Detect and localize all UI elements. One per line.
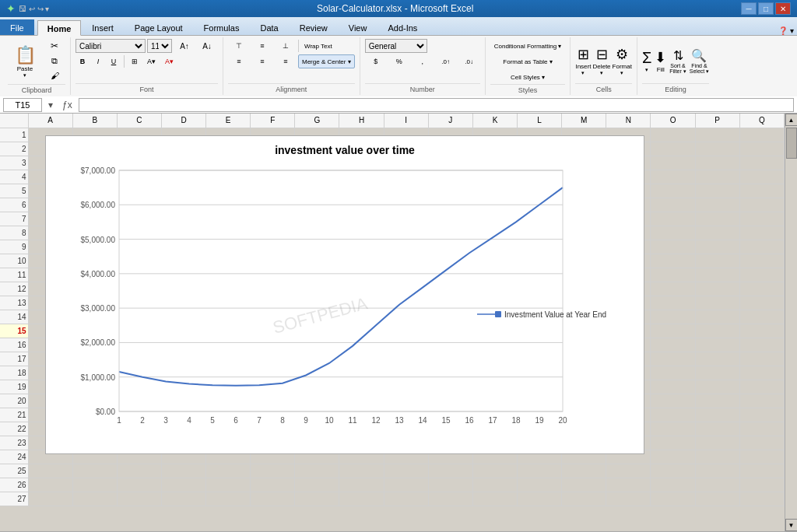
increase-decimal-button[interactable]: .0↑ <box>435 54 457 68</box>
number-format-select[interactable]: General <box>365 39 427 53</box>
table-row[interactable] <box>695 212 739 226</box>
table-row[interactable] <box>339 478 384 492</box>
table-row[interactable] <box>695 408 739 422</box>
table-row[interactable] <box>739 422 784 436</box>
maximize-button[interactable]: □ <box>758 2 774 15</box>
tab-review[interactable]: Review <box>290 19 338 35</box>
conditional-formatting-button[interactable]: Conditional Formatting ▾ <box>490 39 566 53</box>
table-row[interactable] <box>739 156 784 170</box>
table-row[interactable] <box>384 478 428 492</box>
table-row[interactable] <box>651 310 695 324</box>
tab-data[interactable]: Data <box>250 19 288 35</box>
table-row[interactable] <box>695 184 739 198</box>
function-icon[interactable]: ƒx <box>59 100 75 110</box>
align-middle-button[interactable]: ≡ <box>251 39 273 53</box>
table-row[interactable] <box>117 478 161 492</box>
table-row[interactable] <box>739 142 784 156</box>
table-row[interactable] <box>739 436 784 450</box>
table-row[interactable] <box>695 268 739 282</box>
table-row[interactable] <box>651 226 695 240</box>
table-row[interactable] <box>739 464 784 478</box>
copy-button[interactable]: ⧉ <box>44 54 65 68</box>
currency-button[interactable]: $ <box>365 54 387 68</box>
table-row[interactable] <box>651 128 695 142</box>
table-row[interactable] <box>695 422 739 436</box>
table-row[interactable] <box>651 394 695 408</box>
table-row[interactable] <box>651 450 695 464</box>
table-row[interactable] <box>295 492 339 506</box>
table-row[interactable] <box>72 478 117 492</box>
table-row[interactable] <box>695 394 739 408</box>
table-row[interactable] <box>739 338 784 352</box>
table-row[interactable] <box>472 464 517 478</box>
table-row[interactable] <box>695 156 739 170</box>
table-row[interactable] <box>695 464 739 478</box>
table-row[interactable] <box>251 464 295 478</box>
scroll-thumb-vertical[interactable] <box>786 128 797 159</box>
table-row[interactable] <box>428 478 472 492</box>
align-bottom-button[interactable]: ⊥ <box>275 39 297 53</box>
table-row[interactable] <box>117 492 161 506</box>
align-left-button[interactable]: ≡ <box>228 54 250 68</box>
table-row[interactable] <box>739 450 784 464</box>
table-row[interactable] <box>695 436 739 450</box>
close-button[interactable]: ✕ <box>775 2 791 15</box>
table-row[interactable] <box>28 464 72 478</box>
scroll-up-button[interactable]: ▲ <box>785 114 798 126</box>
table-row[interactable] <box>28 478 72 492</box>
decrease-font-button[interactable]: A↓ <box>196 39 218 53</box>
table-row[interactable] <box>651 212 695 226</box>
table-row[interactable] <box>472 478 517 492</box>
font-color-button[interactable]: A▾ <box>161 54 177 68</box>
bold-button[interactable]: B <box>75 54 90 68</box>
font-name-select[interactable]: Calibri <box>75 39 146 53</box>
table-row[interactable] <box>518 478 562 492</box>
table-row[interactable] <box>651 408 695 422</box>
table-row[interactable] <box>72 492 117 506</box>
help-icon[interactable]: ❓ ▾ <box>778 26 794 35</box>
table-row[interactable] <box>695 254 739 268</box>
table-row[interactable] <box>695 240 739 254</box>
table-row[interactable] <box>562 478 606 492</box>
table-row[interactable] <box>739 268 784 282</box>
table-row[interactable] <box>651 282 695 296</box>
format-cells-button[interactable]: ⚙ Format ▾ <box>613 46 632 76</box>
fill-button[interactable]: ⬇ Fill <box>655 49 666 73</box>
table-row[interactable] <box>739 240 784 254</box>
format-as-table-button[interactable]: Format as Table ▾ <box>490 54 566 68</box>
increase-font-button[interactable]: A↑ <box>174 39 195 53</box>
vertical-scrollbar[interactable]: ▲ ▼ <box>785 114 797 531</box>
table-row[interactable] <box>428 464 472 478</box>
table-row[interactable] <box>562 464 606 478</box>
table-row[interactable] <box>651 198 695 212</box>
table-row[interactable] <box>739 324 784 338</box>
decrease-decimal-button[interactable]: .0↓ <box>458 54 480 68</box>
table-row[interactable] <box>251 478 295 492</box>
cell-styles-button[interactable]: Cell Styles ▾ <box>490 70 566 84</box>
table-row[interactable] <box>651 296 695 310</box>
percent-button[interactable]: % <box>388 54 410 68</box>
table-row[interactable] <box>739 198 784 212</box>
table-row[interactable] <box>739 226 784 240</box>
table-row[interactable] <box>651 240 695 254</box>
table-row[interactable] <box>695 352 739 366</box>
table-row[interactable] <box>739 408 784 422</box>
table-row[interactable] <box>518 464 562 478</box>
table-row[interactable] <box>651 436 695 450</box>
table-row[interactable] <box>651 324 695 338</box>
scroll-down-button[interactable]: ▼ <box>785 519 798 531</box>
align-right-button[interactable]: ≡ <box>275 54 297 68</box>
table-row[interactable] <box>739 184 784 198</box>
align-center-button[interactable]: ≡ <box>251 54 273 68</box>
table-row[interactable] <box>695 128 739 142</box>
expand-formula-icon[interactable]: ▾ <box>45 100 56 110</box>
table-row[interactable] <box>339 492 384 506</box>
tab-view[interactable]: View <box>339 19 377 35</box>
tab-add-ins[interactable]: Add-Ins <box>377 19 427 35</box>
table-row[interactable] <box>695 310 739 324</box>
table-row[interactable] <box>739 128 784 142</box>
fill-color-button[interactable]: A▾ <box>143 54 160 68</box>
table-row[interactable] <box>739 170 784 184</box>
table-row[interactable] <box>206 492 251 506</box>
comma-button[interactable]: , <box>412 54 434 68</box>
